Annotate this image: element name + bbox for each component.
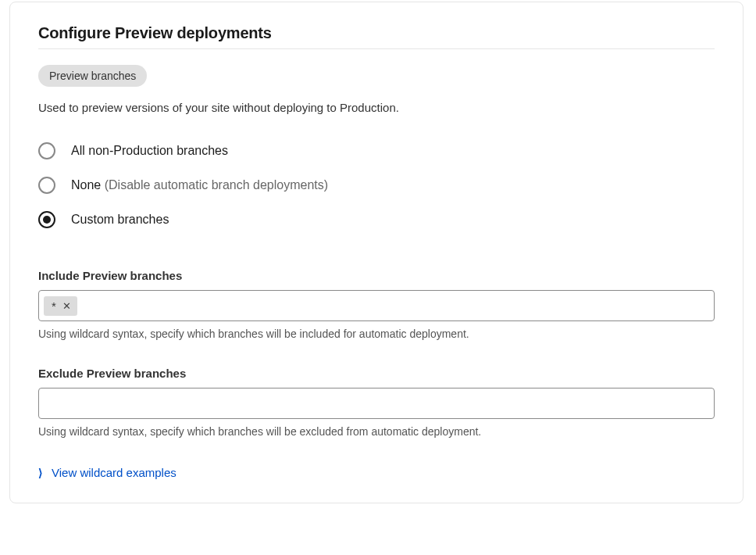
- include-branches-input[interactable]: * ✕: [38, 290, 715, 321]
- view-wildcard-examples-toggle[interactable]: ⟩ View wildcard examples: [38, 466, 177, 479]
- section-header: Configure Preview deployments: [38, 24, 715, 49]
- branch-mode-radio-group: All non-Production branches None (Disabl…: [38, 142, 715, 228]
- include-branches-help: Using wildcard syntax, specify which bra…: [38, 328, 715, 340]
- include-branches-text-entry[interactable]: [82, 295, 709, 317]
- radio-indicator: [38, 142, 55, 159]
- radio-label: Custom branches: [71, 213, 169, 227]
- section-title: Configure Preview deployments: [38, 24, 715, 42]
- preview-branches-pill: Preview branches: [38, 65, 147, 87]
- preview-deployments-panel: Configure Preview deployments Preview br…: [9, 2, 744, 503]
- radio-custom-branches[interactable]: Custom branches: [38, 211, 715, 228]
- exclude-branches-help: Using wildcard syntax, specify which bra…: [38, 425, 715, 438]
- radio-none[interactable]: None (Disable automatic branch deploymen…: [38, 177, 715, 194]
- tag-text: *: [52, 299, 56, 313]
- radio-label: None (Disable automatic branch deploymen…: [71, 178, 328, 192]
- exclude-branches-label: Exclude Preview branches: [38, 367, 715, 380]
- exclude-branches-input[interactable]: [38, 388, 715, 419]
- include-branches-label: Include Preview branches: [38, 269, 715, 282]
- exclude-branches-field: Exclude Preview branches Using wildcard …: [38, 367, 715, 438]
- chevron-right-icon: ⟩: [38, 467, 42, 479]
- radio-indicator: [38, 211, 55, 228]
- exclude-branches-text-entry[interactable]: [44, 392, 709, 415]
- disclosure-label: View wildcard examples: [52, 466, 177, 479]
- radio-all-non-production[interactable]: All non-Production branches: [38, 142, 715, 159]
- section-description: Used to preview versions of your site wi…: [38, 101, 715, 114]
- radio-indicator: [38, 177, 55, 194]
- radio-label: All non-Production branches: [71, 144, 228, 158]
- close-icon[interactable]: ✕: [62, 300, 71, 311]
- include-branches-field: Include Preview branches * ✕ Using wildc…: [38, 269, 715, 340]
- branch-tag: * ✕: [44, 296, 77, 316]
